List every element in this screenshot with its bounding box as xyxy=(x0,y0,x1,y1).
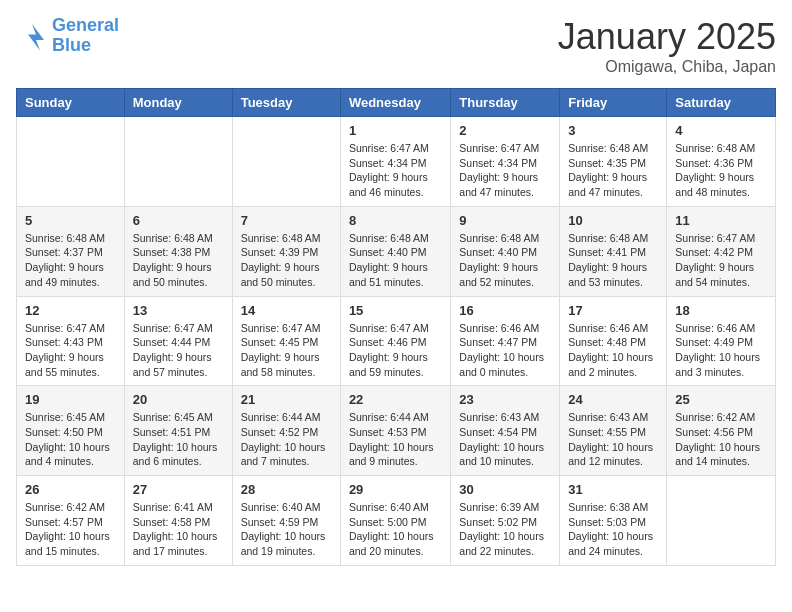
day-cell: 24Sunrise: 6:43 AM Sunset: 4:55 PM Dayli… xyxy=(560,386,667,476)
day-number: 16 xyxy=(459,303,551,318)
day-info: Sunrise: 6:40 AM Sunset: 4:59 PM Dayligh… xyxy=(241,500,332,559)
day-info: Sunrise: 6:47 AM Sunset: 4:46 PM Dayligh… xyxy=(349,321,442,380)
day-cell: 17Sunrise: 6:46 AM Sunset: 4:48 PM Dayli… xyxy=(560,296,667,386)
day-cell: 18Sunrise: 6:46 AM Sunset: 4:49 PM Dayli… xyxy=(667,296,776,386)
location: Omigawa, Chiba, Japan xyxy=(558,58,776,76)
weekday-header-friday: Friday xyxy=(560,89,667,117)
day-info: Sunrise: 6:46 AM Sunset: 4:47 PM Dayligh… xyxy=(459,321,551,380)
day-number: 22 xyxy=(349,392,442,407)
day-cell: 25Sunrise: 6:42 AM Sunset: 4:56 PM Dayli… xyxy=(667,386,776,476)
day-cell: 8Sunrise: 6:48 AM Sunset: 4:40 PM Daylig… xyxy=(340,206,450,296)
day-info: Sunrise: 6:40 AM Sunset: 5:00 PM Dayligh… xyxy=(349,500,442,559)
day-number: 29 xyxy=(349,482,442,497)
day-number: 23 xyxy=(459,392,551,407)
day-info: Sunrise: 6:45 AM Sunset: 4:51 PM Dayligh… xyxy=(133,410,224,469)
day-info: Sunrise: 6:43 AM Sunset: 4:54 PM Dayligh… xyxy=(459,410,551,469)
day-cell: 22Sunrise: 6:44 AM Sunset: 4:53 PM Dayli… xyxy=(340,386,450,476)
day-number: 1 xyxy=(349,123,442,138)
weekday-header-monday: Monday xyxy=(124,89,232,117)
day-info: Sunrise: 6:47 AM Sunset: 4:44 PM Dayligh… xyxy=(133,321,224,380)
day-number: 6 xyxy=(133,213,224,228)
day-info: Sunrise: 6:47 AM Sunset: 4:43 PM Dayligh… xyxy=(25,321,116,380)
day-cell xyxy=(17,117,125,207)
day-number: 10 xyxy=(568,213,658,228)
day-number: 14 xyxy=(241,303,332,318)
day-info: Sunrise: 6:41 AM Sunset: 4:58 PM Dayligh… xyxy=(133,500,224,559)
day-cell: 28Sunrise: 6:40 AM Sunset: 4:59 PM Dayli… xyxy=(232,476,340,566)
day-info: Sunrise: 6:44 AM Sunset: 4:52 PM Dayligh… xyxy=(241,410,332,469)
day-number: 17 xyxy=(568,303,658,318)
weekday-header-row: SundayMondayTuesdayWednesdayThursdayFrid… xyxy=(17,89,776,117)
calendar: SundayMondayTuesdayWednesdayThursdayFrid… xyxy=(16,88,776,566)
day-cell: 30Sunrise: 6:39 AM Sunset: 5:02 PM Dayli… xyxy=(451,476,560,566)
day-cell: 5Sunrise: 6:48 AM Sunset: 4:37 PM Daylig… xyxy=(17,206,125,296)
day-info: Sunrise: 6:47 AM Sunset: 4:34 PM Dayligh… xyxy=(349,141,442,200)
day-cell: 7Sunrise: 6:48 AM Sunset: 4:39 PM Daylig… xyxy=(232,206,340,296)
day-info: Sunrise: 6:42 AM Sunset: 4:56 PM Dayligh… xyxy=(675,410,767,469)
day-info: Sunrise: 6:48 AM Sunset: 4:40 PM Dayligh… xyxy=(349,231,442,290)
week-row-2: 12Sunrise: 6:47 AM Sunset: 4:43 PM Dayli… xyxy=(17,296,776,386)
day-info: Sunrise: 6:42 AM Sunset: 4:57 PM Dayligh… xyxy=(25,500,116,559)
day-cell: 15Sunrise: 6:47 AM Sunset: 4:46 PM Dayli… xyxy=(340,296,450,386)
logo-text: General Blue xyxy=(52,16,119,56)
weekday-header-wednesday: Wednesday xyxy=(340,89,450,117)
day-cell: 3Sunrise: 6:48 AM Sunset: 4:35 PM Daylig… xyxy=(560,117,667,207)
month-title: January 2025 xyxy=(558,16,776,58)
day-cell xyxy=(667,476,776,566)
day-cell: 4Sunrise: 6:48 AM Sunset: 4:36 PM Daylig… xyxy=(667,117,776,207)
day-number: 26 xyxy=(25,482,116,497)
weekday-header-thursday: Thursday xyxy=(451,89,560,117)
day-cell: 11Sunrise: 6:47 AM Sunset: 4:42 PM Dayli… xyxy=(667,206,776,296)
day-info: Sunrise: 6:48 AM Sunset: 4:35 PM Dayligh… xyxy=(568,141,658,200)
title-area: January 2025 Omigawa, Chiba, Japan xyxy=(558,16,776,76)
day-cell: 26Sunrise: 6:42 AM Sunset: 4:57 PM Dayli… xyxy=(17,476,125,566)
day-info: Sunrise: 6:47 AM Sunset: 4:34 PM Dayligh… xyxy=(459,141,551,200)
day-number: 8 xyxy=(349,213,442,228)
day-info: Sunrise: 6:47 AM Sunset: 4:45 PM Dayligh… xyxy=(241,321,332,380)
day-info: Sunrise: 6:48 AM Sunset: 4:37 PM Dayligh… xyxy=(25,231,116,290)
week-row-1: 5Sunrise: 6:48 AM Sunset: 4:37 PM Daylig… xyxy=(17,206,776,296)
day-cell: 13Sunrise: 6:47 AM Sunset: 4:44 PM Dayli… xyxy=(124,296,232,386)
weekday-header-tuesday: Tuesday xyxy=(232,89,340,117)
day-info: Sunrise: 6:46 AM Sunset: 4:48 PM Dayligh… xyxy=(568,321,658,380)
day-cell: 14Sunrise: 6:47 AM Sunset: 4:45 PM Dayli… xyxy=(232,296,340,386)
day-info: Sunrise: 6:38 AM Sunset: 5:03 PM Dayligh… xyxy=(568,500,658,559)
day-cell: 23Sunrise: 6:43 AM Sunset: 4:54 PM Dayli… xyxy=(451,386,560,476)
weekday-header-saturday: Saturday xyxy=(667,89,776,117)
day-number: 15 xyxy=(349,303,442,318)
day-cell: 6Sunrise: 6:48 AM Sunset: 4:38 PM Daylig… xyxy=(124,206,232,296)
day-cell: 1Sunrise: 6:47 AM Sunset: 4:34 PM Daylig… xyxy=(340,117,450,207)
day-number: 18 xyxy=(675,303,767,318)
day-number: 31 xyxy=(568,482,658,497)
day-cell: 27Sunrise: 6:41 AM Sunset: 4:58 PM Dayli… xyxy=(124,476,232,566)
logo-icon xyxy=(16,20,48,52)
day-cell: 29Sunrise: 6:40 AM Sunset: 5:00 PM Dayli… xyxy=(340,476,450,566)
day-cell xyxy=(124,117,232,207)
day-number: 12 xyxy=(25,303,116,318)
header: General Blue January 2025 Omigawa, Chiba… xyxy=(16,16,776,76)
day-info: Sunrise: 6:48 AM Sunset: 4:38 PM Dayligh… xyxy=(133,231,224,290)
week-row-0: 1Sunrise: 6:47 AM Sunset: 4:34 PM Daylig… xyxy=(17,117,776,207)
day-info: Sunrise: 6:48 AM Sunset: 4:39 PM Dayligh… xyxy=(241,231,332,290)
day-cell: 21Sunrise: 6:44 AM Sunset: 4:52 PM Dayli… xyxy=(232,386,340,476)
logo-line1: General xyxy=(52,15,119,35)
day-number: 3 xyxy=(568,123,658,138)
day-info: Sunrise: 6:43 AM Sunset: 4:55 PM Dayligh… xyxy=(568,410,658,469)
day-number: 25 xyxy=(675,392,767,407)
day-number: 21 xyxy=(241,392,332,407)
day-info: Sunrise: 6:44 AM Sunset: 4:53 PM Dayligh… xyxy=(349,410,442,469)
day-number: 2 xyxy=(459,123,551,138)
day-info: Sunrise: 6:46 AM Sunset: 4:49 PM Dayligh… xyxy=(675,321,767,380)
day-cell: 31Sunrise: 6:38 AM Sunset: 5:03 PM Dayli… xyxy=(560,476,667,566)
day-number: 13 xyxy=(133,303,224,318)
day-cell: 9Sunrise: 6:48 AM Sunset: 4:40 PM Daylig… xyxy=(451,206,560,296)
day-number: 19 xyxy=(25,392,116,407)
day-cell: 16Sunrise: 6:46 AM Sunset: 4:47 PM Dayli… xyxy=(451,296,560,386)
logo: General Blue xyxy=(16,16,119,56)
day-number: 11 xyxy=(675,213,767,228)
day-cell xyxy=(232,117,340,207)
week-row-3: 19Sunrise: 6:45 AM Sunset: 4:50 PM Dayli… xyxy=(17,386,776,476)
day-number: 4 xyxy=(675,123,767,138)
day-info: Sunrise: 6:48 AM Sunset: 4:36 PM Dayligh… xyxy=(675,141,767,200)
day-cell: 2Sunrise: 6:47 AM Sunset: 4:34 PM Daylig… xyxy=(451,117,560,207)
